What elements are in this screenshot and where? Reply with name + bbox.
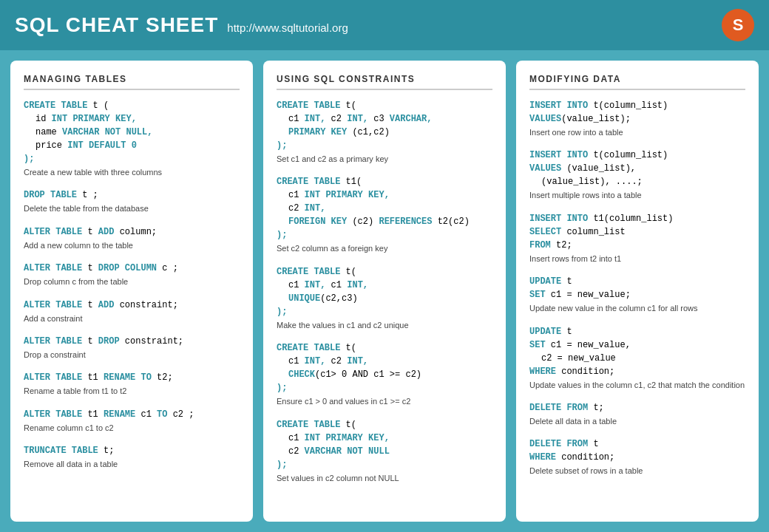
desc-delete-all: Delete all data in a table (529, 416, 745, 427)
code-create-table-5: ); (24, 152, 240, 166)
desc-insert-select: Insert rows from t2 into t1 (529, 253, 745, 265)
header-title: SQL CHEAT SHEET (15, 13, 218, 37)
code-check-2: c1 INT, c2 INT, (277, 355, 492, 368)
code-truncate: TRUNCATE TABLE t; (24, 444, 240, 457)
managing-tables-panel: MANAGING TABLES CREATE TABLE t ( id INT … (10, 61, 253, 522)
desc-pk: Set c1 and c2 as a primary key (277, 154, 492, 165)
desc-alter-add-constraint: Add a constraint (24, 313, 240, 324)
section-foreign-key: CREATE TABLE t1( c1 INT PRIMARY KEY, c2 … (277, 175, 492, 254)
modifying-data-title: MODIFYING DATA (529, 74, 745, 90)
managing-tables-title: MANAGING TABLES (24, 74, 240, 90)
code-create-table-4: price INT DEFAULT 0 (24, 139, 240, 152)
code-unique-2: c1 INT, c1 INT, (277, 279, 492, 292)
section-alter-add-col: ALTER TABLE t ADD column; Add a new colu… (24, 225, 240, 251)
code-pk-4: ); (277, 139, 492, 152)
code-insert-multi-1: INSERT INTO t(column_list) (529, 149, 745, 162)
section-drop-table: DROP TABLE t ; Delete the table from the… (24, 188, 240, 214)
code-delete-all: DELETE FROM t; (529, 401, 745, 415)
code-notnull-1: CREATE TABLE t( (277, 418, 492, 432)
desc-create-table: Create a new table with three columns (24, 167, 240, 178)
code-fk-2: c1 INT PRIMARY KEY, (277, 188, 492, 202)
code-insert-select-2: SELECT column_list (529, 225, 745, 239)
section-alter-add-constraint: ALTER TABLE t ADD constraint; Add a cons… (24, 299, 240, 324)
code-update-where-4: WHERE condition; (529, 365, 745, 378)
code-alter-rename-table: ALTER TABLE t1 RENAME TO t2; (24, 371, 240, 384)
code-fk-1: CREATE TABLE t1( (277, 175, 492, 188)
code-unique-4: ); (277, 305, 492, 318)
section-insert-select: INSERT INTO t1(column_list) SELECT colum… (529, 212, 745, 265)
code-notnull-2: c1 INT PRIMARY KEY, (277, 432, 492, 445)
code-update-where-2: SET c1 = new_value, (529, 338, 745, 352)
desc-unique: Make the values in c1 and c2 unique (277, 320, 492, 331)
code-insert-one-1: INSERT INTO t(column_list) (529, 99, 745, 112)
section-primary-key: CREATE TABLE t( c1 INT, c2 INT, c3 VARCH… (277, 99, 492, 165)
code-fk-5: ); (277, 228, 492, 242)
section-unique: CREATE TABLE t( c1 INT, c1 INT, UNIQUE(c… (277, 265, 492, 331)
code-check-3: CHECK(c1> 0 AND c1 >= c2) (277, 368, 492, 381)
header-logo: S (722, 9, 754, 41)
code-fk-3: c2 INT, (277, 202, 492, 215)
code-unique-3: UNIQUE(c2,c3) (277, 292, 492, 305)
code-insert-one-2: VALUES(value_list); (529, 112, 745, 126)
code-drop-table: DROP TABLE t ; (24, 188, 240, 202)
section-alter-rename-table: ALTER TABLE t1 RENAME TO t2; Rename a ta… (24, 371, 240, 397)
code-alter-drop-constraint: ALTER TABLE t DROP constraint; (24, 335, 240, 348)
section-alter-drop-constraint: ALTER TABLE t DROP constraint; Drop a co… (24, 335, 240, 361)
code-update-where-1: UPDATE t (529, 325, 745, 338)
section-delete-where: DELETE FROM t WHERE condition; Delete su… (529, 437, 745, 477)
section-create-table: CREATE TABLE t ( id INT PRIMARY KEY, nam… (24, 99, 240, 178)
section-insert-multi: INSERT INTO t(column_list) VALUES (value… (529, 149, 745, 201)
section-alter-drop-col: ALTER TABLE t DROP COLUMN c ; Drop colum… (24, 262, 240, 287)
code-pk-1: CREATE TABLE t( (277, 99, 492, 112)
desc-alter-add-col: Add a new column to the table (24, 240, 240, 251)
desc-alter-rename-col: Rename column c1 to c2 (24, 423, 240, 434)
code-create-table-3: name VARCHAR NOT NULL, (24, 126, 240, 139)
code-alter-rename-col: ALTER TABLE t1 RENAME c1 TO c2 ; (24, 408, 240, 421)
desc-not-null: Set values in c2 column not NULL (277, 473, 492, 484)
desc-alter-rename-table: Rename a table from t1 to t2 (24, 386, 240, 397)
section-insert-one: INSERT INTO t(column_list) VALUES(value_… (529, 99, 745, 138)
code-check-4: ); (277, 381, 492, 395)
desc-drop-table: Delete the table from the database (24, 203, 240, 214)
modifying-data-panel: MODIFYING DATA INSERT INTO t(column_list… (516, 61, 759, 522)
desc-delete-where: Delete subset of rows in a table (529, 466, 745, 477)
code-check-1: CREATE TABLE t( (277, 341, 492, 355)
sql-constraints-title: USING SQL CONSTRAINTS (277, 74, 492, 90)
desc-alter-drop-constraint: Drop a constraint (24, 349, 240, 361)
desc-update-where: Update values in the column c1, c2 that … (529, 380, 745, 391)
code-delete-where-1: DELETE FROM t (529, 437, 745, 451)
section-check: CREATE TABLE t( c1 INT, c2 INT, CHECK(c1… (277, 341, 492, 407)
section-update-all: UPDATE t SET c1 = new_value; Update new … (529, 275, 745, 314)
code-insert-select-1: INSERT INTO t1(column_list) (529, 212, 745, 225)
code-delete-where-2: WHERE condition; (529, 451, 745, 464)
section-delete-all: DELETE FROM t; Delete all data in a tabl… (529, 401, 745, 427)
code-notnull-4: ); (277, 458, 492, 471)
header: SQL CHEAT SHEET http://www.sqltutorial.o… (0, 0, 769, 50)
code-fk-4: FOREIGN KEY (c2) REFERENCES t2(c2) (277, 215, 492, 228)
desc-check: Ensure c1 > 0 and values in c1 >= c2 (277, 396, 492, 407)
code-pk-3: PRIMARY KEY (c1,c2) (277, 126, 492, 139)
desc-update-all: Update new value in the column c1 for al… (529, 303, 745, 314)
section-alter-rename-col: ALTER TABLE t1 RENAME c1 TO c2 ; Rename … (24, 408, 240, 434)
header-left: SQL CHEAT SHEET http://www.sqltutorial.o… (15, 13, 348, 37)
code-create-table-1: CREATE TABLE t ( (24, 99, 240, 112)
code-insert-multi-2: VALUES (value_list), (529, 162, 745, 175)
code-alter-add-constraint: ALTER TABLE t ADD constraint; (24, 299, 240, 312)
section-not-null: CREATE TABLE t( c1 INT PRIMARY KEY, c2 V… (277, 418, 492, 484)
section-update-where: UPDATE t SET c1 = new_value, c2 = new_va… (529, 325, 745, 391)
code-alter-drop-col: ALTER TABLE t DROP COLUMN c ; (24, 262, 240, 275)
header-url: http://www.sqltutorial.org (227, 21, 348, 34)
code-insert-select-3: FROM t2; (529, 239, 745, 252)
desc-fk: Set c2 column as a foreign key (277, 243, 492, 254)
sql-constraints-panel: USING SQL CONSTRAINTS CREATE TABLE t( c1… (263, 61, 506, 522)
code-create-table-2: id INT PRIMARY KEY, (24, 112, 240, 126)
code-alter-add-col: ALTER TABLE t ADD column; (24, 225, 240, 239)
desc-insert-multi: Insert multiple rows into a table (529, 190, 745, 201)
code-update-where-3: c2 = new_value (529, 352, 745, 365)
desc-alter-drop-col: Drop column c from the table (24, 276, 240, 287)
code-pk-2: c1 INT, c2 INT, c3 VARCHAR, (277, 112, 492, 126)
code-unique-1: CREATE TABLE t( (277, 265, 492, 279)
code-notnull-3: c2 VARCHAR NOT NULL (277, 445, 492, 458)
desc-insert-one: Insert one row into a table (529, 127, 745, 138)
content: MANAGING TABLES CREATE TABLE t ( id INT … (0, 50, 769, 532)
